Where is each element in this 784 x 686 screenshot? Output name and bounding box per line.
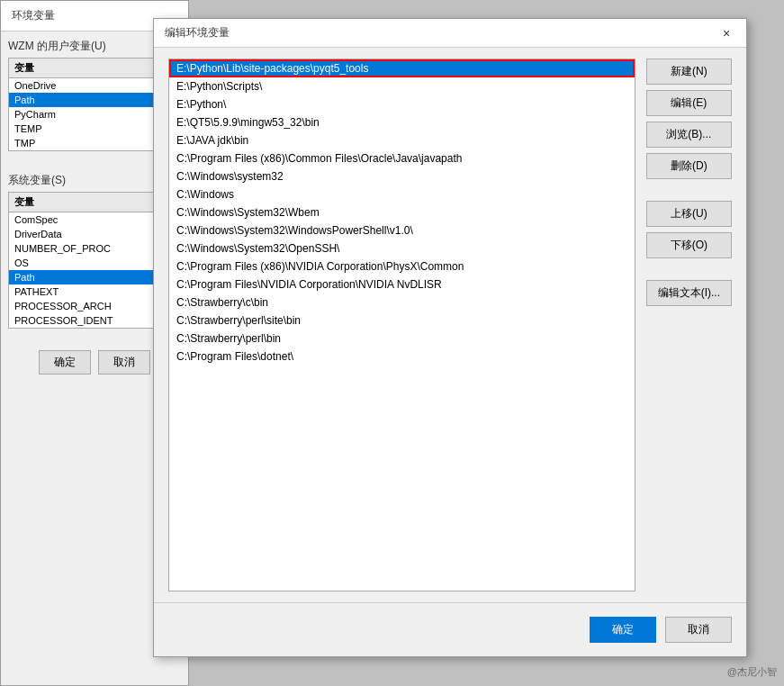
path-item-4[interactable]: E:\JAVA jdk\bin bbox=[169, 131, 635, 149]
path-item-1[interactable]: E:\Python\Scripts\ bbox=[169, 77, 635, 95]
path-item-9[interactable]: C:\Windows\System32\WindowsPowerShell\v1… bbox=[169, 221, 635, 239]
path-item-10[interactable]: C:\Windows\System32\OpenSSH\ bbox=[169, 239, 635, 257]
path-item-7[interactable]: C:\Windows bbox=[169, 185, 635, 203]
dialog-close-button[interactable]: × bbox=[717, 24, 735, 42]
edit-button[interactable]: 编辑(E) bbox=[646, 90, 732, 116]
path-item-6[interactable]: C:\Windows\system32 bbox=[169, 167, 635, 185]
move-down-button[interactable]: 下移(O) bbox=[646, 232, 732, 258]
env-ok-button[interactable]: 确定 bbox=[39, 350, 91, 375]
path-item-11[interactable]: C:\Program Files (x86)\NVIDIA Corporatio… bbox=[169, 257, 635, 275]
path-item-8[interactable]: C:\Windows\System32\Wbem bbox=[169, 203, 635, 221]
path-item-2[interactable]: E:\Python\ bbox=[169, 95, 635, 113]
dialog-content: E:\Python\Lib\site-packages\pyqt5_tools … bbox=[154, 48, 746, 602]
path-item-14[interactable]: C:\Strawberry\perl\site\bin bbox=[169, 311, 635, 329]
path-item-13[interactable]: C:\Strawberry\c\bin bbox=[169, 293, 635, 311]
path-item-12[interactable]: C:\Program Files\NVIDIA Corporation\NVID… bbox=[169, 275, 635, 293]
path-list[interactable]: E:\Python\Lib\site-packages\pyqt5_tools … bbox=[168, 59, 635, 591]
new-button[interactable]: 新建(N) bbox=[646, 59, 732, 85]
dialog-titlebar: 编辑环境变量 × bbox=[154, 19, 746, 48]
path-item-0[interactable]: E:\Python\Lib\site-packages\pyqt5_tools bbox=[169, 59, 635, 77]
edit-env-dialog: 编辑环境变量 × E:\Python\Lib\site-packages\pyq… bbox=[153, 18, 747, 657]
dialog-footer: 确定 取消 bbox=[154, 602, 746, 656]
path-item-3[interactable]: E:\QT5\5.9.9\mingw53_32\bin bbox=[169, 113, 635, 131]
move-up-button[interactable]: 上移(U) bbox=[646, 201, 732, 227]
dialog-cancel-button[interactable]: 取消 bbox=[665, 617, 732, 643]
path-item-16[interactable]: C:\Program Files\dotnet\ bbox=[169, 348, 635, 366]
edit-text-button[interactable]: 编辑文本(I)... bbox=[646, 280, 732, 306]
watermark: @杰尼小智 bbox=[727, 665, 777, 679]
dialog-title: 编辑环境变量 bbox=[165, 25, 230, 41]
delete-button[interactable]: 删除(D) bbox=[646, 153, 732, 179]
path-item-15[interactable]: C:\Strawberry\perl\bin bbox=[169, 329, 635, 348]
path-list-container: E:\Python\Lib\site-packages\pyqt5_tools … bbox=[168, 59, 635, 591]
dialog-ok-button[interactable]: 确定 bbox=[590, 617, 656, 643]
browse-button[interactable]: 浏览(B)... bbox=[646, 122, 732, 148]
env-cancel-button[interactable]: 取消 bbox=[98, 350, 150, 375]
path-item-5[interactable]: C:\Program Files (x86)\Common Files\Orac… bbox=[169, 149, 635, 167]
dialog-right-buttons: 新建(N) 编辑(E) 浏览(B)... 删除(D) 上移(U) 下移(O) 编… bbox=[646, 59, 732, 591]
